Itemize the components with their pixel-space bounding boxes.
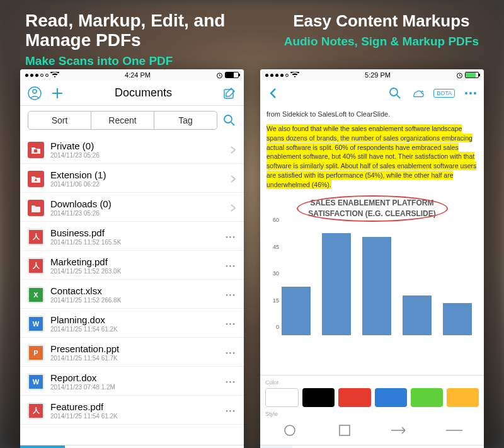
status-bar: 4:24 PM xyxy=(20,69,244,81)
style-line[interactable] xyxy=(434,422,474,439)
chart-bar xyxy=(403,296,432,335)
file-icon: W xyxy=(28,316,44,332)
color-swatch[interactable] xyxy=(447,388,479,407)
file-name: Business.pdf xyxy=(50,227,226,238)
alarm-icon xyxy=(216,72,223,79)
status-time: 5:29 PM xyxy=(365,71,391,79)
seg-recent[interactable]: Recent xyxy=(91,112,154,129)
headline-right: Easy Content Markups xyxy=(284,11,479,31)
phone-screenshot-markup: 5:29 PM BOTA from Sidekick to SalesLoft … xyxy=(260,69,484,448)
profile-icon[interactable] xyxy=(28,86,42,100)
tab-share[interactable] xyxy=(154,445,199,448)
file-icon: 人 xyxy=(28,403,44,419)
search-icon[interactable] xyxy=(388,86,402,100)
tool-shape[interactable] xyxy=(260,445,292,448)
chart: SALES ENABLEMENT PLATFORM SATISFACTION (… xyxy=(266,198,478,335)
more-dots-icon[interactable]: ●●● xyxy=(226,409,236,413)
chart-bar xyxy=(282,287,311,335)
list-row[interactable]: Downloads (0)2014/11/23 05:26 xyxy=(20,193,244,222)
svg-rect-5 xyxy=(34,149,37,152)
svg-rect-20 xyxy=(340,425,350,435)
more-dots-icon[interactable]: ●●● xyxy=(226,322,236,326)
battery-charging-icon xyxy=(465,72,479,78)
subheadline-left: Make Scans into One PDF xyxy=(25,54,225,68)
file-icon: 人 xyxy=(28,229,44,245)
more-dots-icon[interactable]: ●●● xyxy=(226,264,236,268)
chart-bar xyxy=(362,237,391,335)
tab-cloud[interactable] xyxy=(110,445,154,448)
file-icon: W xyxy=(28,374,44,390)
list-row[interactable]: Private (0)2014/11/23 05:26 xyxy=(20,135,244,164)
chevron-right-icon[interactable] xyxy=(230,146,236,154)
alarm-icon xyxy=(456,72,463,79)
more-dots-icon[interactable]: ●●● xyxy=(226,351,236,355)
style-arrow[interactable] xyxy=(379,422,420,439)
file-meta: 2014/11/25 11:54 61.2K xyxy=(50,326,226,333)
tab-camera[interactable] xyxy=(65,445,110,448)
folder-icon xyxy=(28,171,44,187)
color-swatch[interactable] xyxy=(265,388,299,407)
document-body[interactable]: from Sidekick to SalesLoft to ClearSlide… xyxy=(260,106,484,375)
style-square[interactable] xyxy=(324,422,365,439)
tool-link[interactable] xyxy=(452,445,484,448)
cloud-sync-icon[interactable] xyxy=(411,86,425,100)
style-label: Style xyxy=(265,411,479,417)
more-dots-icon[interactable]: ●●● xyxy=(226,293,236,297)
more-icon[interactable] xyxy=(464,86,478,100)
file-name: Features.pdf xyxy=(50,401,226,412)
list-row[interactable]: Extension (1)2014/11/06 06:22 xyxy=(20,164,244,193)
color-swatch[interactable] xyxy=(375,388,407,407)
list-row[interactable]: PPresentation.ppt2014/11/25 11:54 61.7K●… xyxy=(20,338,244,367)
folder-icon xyxy=(28,142,44,158)
color-swatch[interactable] xyxy=(338,388,370,407)
seg-sort[interactable]: Sort xyxy=(28,112,91,129)
chart-bar xyxy=(443,303,472,335)
add-icon[interactable] xyxy=(50,86,64,100)
doc-line: from Sidekick to SalesLoft to ClearSlide… xyxy=(266,110,478,119)
list-row[interactable]: WPlanning.dox2014/11/25 11:54 61.2K●●● xyxy=(20,309,244,338)
more-dots-icon[interactable]: ●●● xyxy=(226,380,236,384)
list-row[interactable]: 人Business.pdf2014/11/25 11:52 165.5K●●● xyxy=(20,222,244,251)
tab-documents[interactable] xyxy=(20,445,65,448)
file-meta: 2014/11/25 11:52 266.8K xyxy=(50,297,226,304)
tool-text[interactable]: T xyxy=(292,445,324,448)
file-meta: 2014/11/23 05:26 xyxy=(50,152,230,159)
tool-pen[interactable] xyxy=(324,445,356,448)
tool-image[interactable] xyxy=(420,445,452,448)
y-tick: 15 xyxy=(273,296,279,304)
file-icon: X xyxy=(28,287,44,303)
svg-point-19 xyxy=(285,425,295,435)
back-icon[interactable] xyxy=(266,86,280,100)
file-name: Marketing.pdf xyxy=(50,256,226,267)
compose-icon[interactable] xyxy=(222,86,236,100)
y-tick: 45 xyxy=(273,243,279,251)
color-swatch[interactable] xyxy=(411,388,443,407)
file-meta: 2014/11/06 06:22 xyxy=(50,181,230,188)
chevron-right-icon[interactable] xyxy=(230,204,236,212)
seg-tag[interactable]: Tag xyxy=(154,112,217,129)
style-circle[interactable] xyxy=(270,422,310,439)
file-meta: 2014/11/23 07:48 1.2M xyxy=(50,384,226,391)
list-row[interactable]: WReport.dox2014/11/23 07:48 1.2M●●● xyxy=(20,367,244,396)
chart-bar xyxy=(322,233,351,335)
list-row[interactable]: 人Features.pdf2014/11/25 11:54 61.2K●●● xyxy=(20,396,244,425)
more-dots-icon[interactable]: ●●● xyxy=(226,235,236,239)
bota-button[interactable]: BOTA xyxy=(433,89,455,98)
markup-toolbar: T xyxy=(260,445,484,448)
search-icon[interactable] xyxy=(222,113,236,127)
page-title: Documents xyxy=(115,86,172,100)
list-row[interactable]: XContact.xlsx2014/11/25 11:52 266.8K●●● xyxy=(20,280,244,309)
file-meta: 2014/11/25 11:54 61.7K xyxy=(50,355,226,362)
doc-navbar: BOTA xyxy=(260,81,484,106)
svg-point-16 xyxy=(465,92,467,95)
color-swatch[interactable] xyxy=(302,388,335,407)
tool-audio[interactable] xyxy=(388,445,420,448)
tab-settings[interactable] xyxy=(199,445,244,448)
file-name: Planning.dox xyxy=(50,314,226,325)
y-tick: 60 xyxy=(273,216,279,224)
tool-stamp[interactable] xyxy=(356,445,388,448)
file-meta: 2014/11/25 11:54 61.2K xyxy=(50,413,226,420)
list-row[interactable]: 人Marketing.pdf2014/11/25 11:52 263.0K●●● xyxy=(20,251,244,280)
headline-left: Read, Markup, Edit, andManage PDFs xyxy=(25,11,225,50)
chevron-right-icon[interactable] xyxy=(230,175,236,183)
